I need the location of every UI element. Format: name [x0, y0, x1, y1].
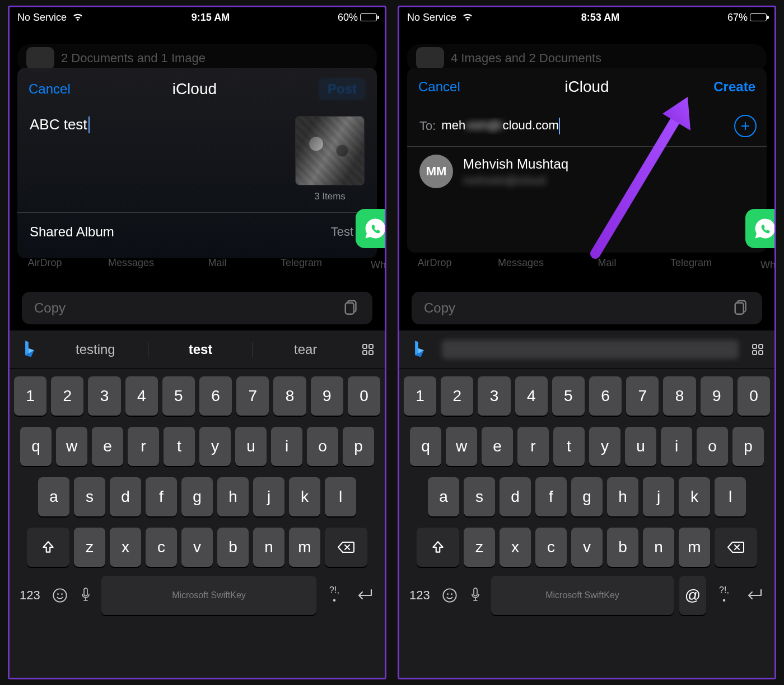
key-g[interactable]: g	[181, 477, 213, 516]
key-d[interactable]: d	[500, 477, 531, 516]
key-3[interactable]: 3	[88, 376, 120, 416]
key-g[interactable]: g	[571, 477, 603, 516]
whatsapp-icon[interactable]	[356, 209, 386, 248]
key-6[interactable]: 6	[199, 376, 232, 416]
key-5[interactable]: 5	[552, 376, 585, 416]
punct-key[interactable]: ?!,•	[712, 585, 736, 605]
album-name-input[interactable]: ABC test	[30, 116, 290, 133]
key-n[interactable]: n	[253, 528, 284, 567]
key-v[interactable]: v	[571, 528, 603, 567]
share-messages[interactable]: Messages	[108, 257, 154, 269]
key-e[interactable]: e	[482, 427, 513, 466]
key-t[interactable]: t	[553, 427, 585, 466]
space-key[interactable]: Microsoft SwiftKey	[491, 576, 674, 615]
key-h[interactable]: h	[217, 477, 249, 516]
key-w[interactable]: w	[56, 427, 87, 466]
key-6[interactable]: 6	[589, 376, 622, 416]
key-y[interactable]: y	[589, 427, 620, 466]
key-z[interactable]: z	[464, 528, 495, 567]
keyboard-123-button[interactable]: 123	[20, 588, 44, 603]
share-messages[interactable]: Messages	[498, 257, 544, 269]
key-i[interactable]: i	[271, 427, 302, 466]
share-telegram[interactable]: Telegram	[670, 257, 712, 269]
key-f[interactable]: f	[146, 477, 177, 516]
emoji-icon[interactable]	[440, 588, 460, 603]
key-4[interactable]: 4	[515, 376, 548, 416]
key-f[interactable]: f	[535, 477, 567, 516]
at-key[interactable]: @	[679, 576, 706, 615]
share-telegram[interactable]: Telegram	[281, 257, 322, 269]
key-r[interactable]: r	[128, 427, 159, 466]
key-0[interactable]: 0	[348, 376, 380, 416]
key-3[interactable]: 3	[478, 376, 510, 416]
key-2[interactable]: 2	[441, 376, 473, 416]
share-airdrop[interactable]: AirDrop	[25, 257, 64, 269]
key-w[interactable]: w	[446, 427, 477, 466]
keyboard-apps-icon[interactable]	[358, 339, 378, 360]
to-input[interactable]: mehvish@icloud.com	[441, 118, 729, 134]
key-s[interactable]: s	[464, 477, 495, 516]
space-key[interactable]: Microsoft SwiftKey	[101, 576, 316, 615]
share-mail[interactable]: Mail	[198, 257, 237, 269]
shift-key[interactable]	[27, 528, 69, 567]
key-9[interactable]: 9	[311, 376, 343, 416]
key-8[interactable]: 8	[273, 376, 306, 416]
key-m[interactable]: m	[679, 528, 710, 567]
key-1[interactable]: 1	[14, 376, 46, 416]
key-c[interactable]: c	[146, 528, 177, 567]
key-z[interactable]: z	[74, 528, 105, 567]
key-p[interactable]: p	[732, 427, 764, 466]
whatsapp-icon[interactable]	[745, 209, 776, 248]
key-1[interactable]: 1	[404, 376, 436, 416]
key-b[interactable]: b	[217, 528, 249, 567]
key-a[interactable]: a	[38, 477, 69, 516]
copy-row[interactable]: Copy	[412, 292, 762, 324]
create-button[interactable]: Create	[713, 79, 755, 95]
shift-key[interactable]	[417, 528, 459, 567]
suggestion-2[interactable]: test	[148, 342, 253, 357]
punct-key[interactable]: ?!,•	[322, 585, 347, 605]
key-n[interactable]: n	[643, 528, 674, 567]
key-7[interactable]: 7	[236, 376, 269, 416]
key-y[interactable]: y	[199, 427, 231, 466]
key-u[interactable]: u	[235, 427, 267, 466]
key-k[interactable]: k	[679, 477, 710, 516]
bing-icon[interactable]	[16, 339, 43, 360]
key-b[interactable]: b	[607, 528, 638, 567]
keyboard-123-button[interactable]: 123	[409, 588, 434, 603]
key-x[interactable]: x	[500, 528, 531, 567]
key-l[interactable]: l	[325, 477, 356, 516]
key-7[interactable]: 7	[626, 376, 659, 416]
key-o[interactable]: o	[307, 427, 338, 466]
key-t[interactable]: t	[164, 427, 195, 466]
key-5[interactable]: 5	[162, 376, 195, 416]
copy-row[interactable]: Copy	[22, 292, 372, 324]
key-r[interactable]: r	[517, 427, 549, 466]
key-s[interactable]: s	[74, 477, 105, 516]
key-q[interactable]: q	[20, 427, 52, 466]
backspace-key[interactable]	[715, 528, 757, 567]
key-m[interactable]: m	[289, 528, 320, 567]
key-c[interactable]: c	[535, 528, 567, 567]
bing-icon[interactable]	[406, 339, 433, 360]
return-key[interactable]	[352, 586, 378, 604]
backspace-key[interactable]	[325, 528, 367, 567]
key-u[interactable]: u	[625, 427, 656, 466]
share-mail[interactable]: Mail	[587, 257, 627, 269]
cancel-button[interactable]: Cancel	[418, 79, 460, 95]
key-i[interactable]: i	[661, 427, 692, 466]
key-e[interactable]: e	[92, 427, 123, 466]
key-2[interactable]: 2	[51, 376, 83, 416]
emoji-icon[interactable]	[50, 588, 70, 603]
key-l[interactable]: l	[715, 477, 746, 516]
mic-icon[interactable]	[76, 587, 96, 604]
key-v[interactable]: v	[181, 528, 213, 567]
add-contact-button[interactable]: +	[734, 115, 757, 137]
key-k[interactable]: k	[289, 477, 320, 516]
key-p[interactable]: p	[343, 427, 374, 466]
media-thumbnail[interactable]	[295, 116, 365, 185]
key-a[interactable]: a	[428, 477, 459, 516]
key-4[interactable]: 4	[125, 376, 158, 416]
return-key[interactable]	[742, 586, 768, 604]
suggestion-3[interactable]: tear	[253, 342, 358, 357]
